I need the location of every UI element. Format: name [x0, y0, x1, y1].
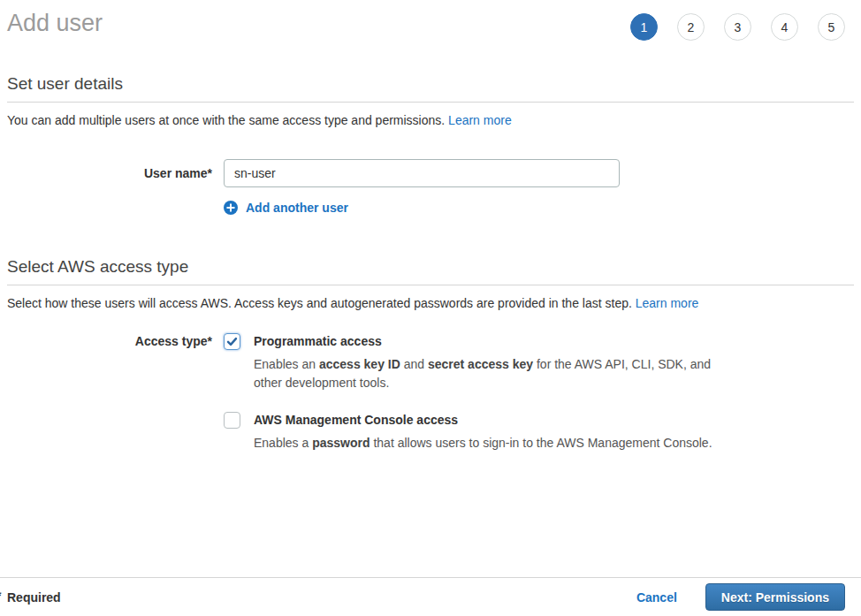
user-name-row: User name*	[7, 159, 854, 187]
add-another-user-button[interactable]: Add another user	[224, 201, 854, 215]
section-divider	[7, 102, 854, 103]
cancel-button[interactable]: Cancel	[636, 590, 677, 605]
programmatic-access-checkbox[interactable]	[224, 333, 240, 350]
required-asterisk: *	[0, 589, 1, 603]
step-2-badge: 2	[677, 13, 705, 41]
required-note: *Required	[7, 590, 61, 605]
access-type-section: Select AWS access type Select how these …	[7, 257, 854, 452]
programmatic-access-option: Programmatic access Enables an access ke…	[224, 333, 715, 392]
console-access-title: AWS Management Console access	[254, 412, 715, 429]
section-divider	[7, 285, 854, 285]
add-another-user-label: Add another user	[246, 201, 348, 215]
programmatic-access-description: Enables an access key ID and secret acce…	[254, 355, 715, 392]
step-indicator: 1 2 3 4 5	[630, 13, 845, 41]
console-access-checkbox[interactable]	[224, 412, 240, 429]
programmatic-access-title: Programmatic access	[254, 333, 715, 350]
set-user-details-heading: Set user details	[7, 74, 854, 102]
description-text: You can add multiple users at once with …	[7, 113, 445, 127]
access-type-description: Select how these users will access AWS. …	[7, 296, 854, 310]
step-1-badge: 1	[630, 13, 658, 41]
access-type-heading: Select AWS access type	[7, 257, 854, 285]
user-name-input[interactable]	[224, 159, 620, 187]
plus-circle-icon	[224, 201, 238, 215]
checkmark-icon	[226, 336, 238, 347]
access-type-label: Access type*	[7, 333, 212, 350]
page-header: Add user 1 2 3 4 5	[0, 0, 861, 41]
page-title: Add user	[7, 9, 103, 37]
step-3-badge: 3	[724, 13, 751, 41]
step-4-badge: 4	[771, 13, 798, 41]
set-user-details-section: Set user details You can add multiple us…	[7, 74, 854, 215]
user-name-label: User name*	[7, 166, 212, 180]
description-text: Select how these users will access AWS. …	[7, 296, 632, 310]
console-access-option: AWS Management Console access Enables a …	[224, 412, 715, 452]
console-access-description: Enables a password that allows users to …	[254, 434, 715, 452]
footer-bar: *Required Cancel Next: Permissions	[0, 577, 861, 616]
learn-more-link[interactable]: Learn more	[636, 296, 699, 310]
set-user-details-description: You can add multiple users at once with …	[7, 113, 854, 127]
next-permissions-button[interactable]: Next: Permissions	[705, 583, 845, 611]
learn-more-link[interactable]: Learn more	[448, 113, 512, 127]
access-type-row: Access type* Programmatic access Enables…	[7, 333, 854, 452]
step-5-badge: 5	[818, 13, 845, 41]
